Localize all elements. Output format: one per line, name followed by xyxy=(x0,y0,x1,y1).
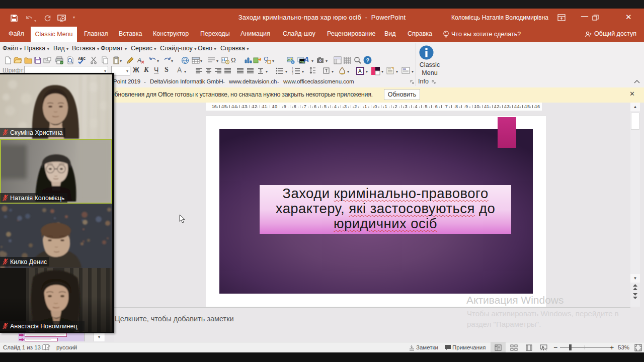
svg-text:?: ? xyxy=(366,57,370,63)
svg-text:A: A xyxy=(358,68,362,74)
svg-text:3: 3 xyxy=(292,72,293,75)
svg-text:ABC: ABC xyxy=(78,57,86,60)
svg-text:A: A xyxy=(137,57,141,64)
